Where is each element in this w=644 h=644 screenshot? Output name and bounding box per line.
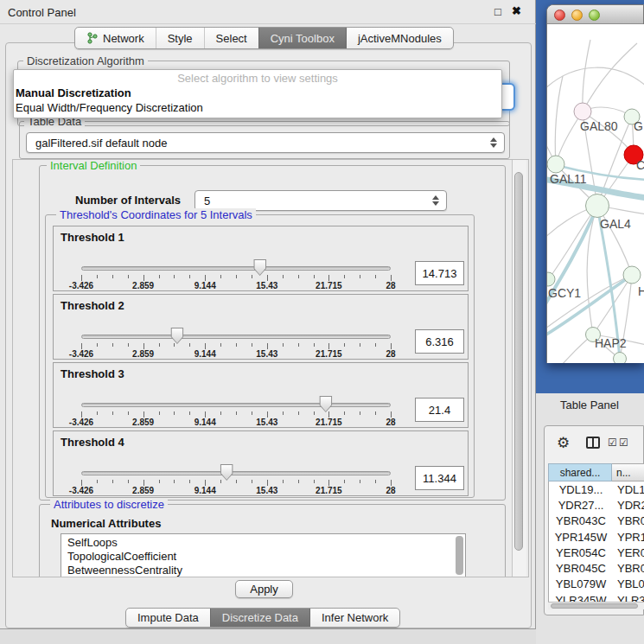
slider-thumb[interactable] bbox=[170, 328, 183, 344]
table-row[interactable]: YPR145WYPR1 bbox=[549, 529, 644, 545]
settings-scrollbar-thumb[interactable] bbox=[514, 172, 523, 551]
node-gal80[interactable] bbox=[574, 103, 591, 120]
numerical-attributes-list: SelfLoopsTopologicalCoefficientBetweenne… bbox=[61, 533, 466, 577]
network-window-titlebar[interactable] bbox=[547, 5, 643, 24]
table-row[interactable]: YDR27...YDR2 bbox=[549, 497, 644, 513]
attribute-list-item[interactable]: SelfLoops bbox=[61, 536, 465, 550]
threshold-slider[interactable] bbox=[81, 266, 391, 271]
slider-track[interactable] bbox=[81, 471, 391, 475]
discretization-group-title: Discretization Algorithm bbox=[23, 54, 148, 67]
table-row[interactable]: YBR043CYBR0 bbox=[549, 513, 644, 529]
tab-discretize-data[interactable]: Discretize Data bbox=[210, 609, 309, 627]
threshold-label: Threshold 1 bbox=[61, 231, 124, 244]
node-gal11[interactable] bbox=[547, 156, 564, 173]
threshold-value-field[interactable]: 21.4 bbox=[415, 398, 464, 422]
table-panel-inner: ⚙ ☑ ☑ shared... n... YDL19...YDL1YDR27..… bbox=[544, 425, 644, 615]
attribute-items: SelfLoopsTopologicalCoefficientBetweenne… bbox=[61, 536, 465, 577]
window-zoom-light[interactable] bbox=[589, 10, 600, 21]
cell-name: YDR2 bbox=[613, 499, 644, 512]
table-data-combobox[interactable]: galFiltered.sif default node bbox=[26, 132, 505, 153]
float-window-icon[interactable]: □ bbox=[494, 5, 501, 18]
dropdown-option-equal-width[interactable]: Equal Width/Frequency Discretization bbox=[14, 100, 501, 115]
threshold-slider[interactable] bbox=[81, 335, 391, 340]
attributes-group-title: Attributes to discretize bbox=[50, 498, 168, 511]
threshold-slider[interactable] bbox=[81, 403, 391, 408]
node-right-mid[interactable] bbox=[623, 266, 641, 284]
cyni-mode-tabs: Impute Data Discretize Data Infer Networ… bbox=[125, 608, 400, 628]
node-attribute-table: shared... n... YDL19...YDL1YDR27...YDR2Y… bbox=[548, 463, 644, 602]
cell-name: YPR1 bbox=[613, 531, 644, 544]
slider-thumb[interactable] bbox=[319, 396, 332, 412]
network-view-window: GAL80 G C GAL11 GAL4 GCY1 H HAP2 bbox=[546, 4, 644, 363]
tab-infer-network[interactable]: Infer Network bbox=[309, 609, 399, 627]
table-hscrollbar[interactable] bbox=[548, 602, 644, 609]
cell-name: YBR0 bbox=[613, 562, 644, 575]
threshold-value-field[interactable]: 14.713 bbox=[415, 261, 464, 285]
threshold-label: Threshold 3 bbox=[61, 367, 124, 380]
tab-cyni-toolbox[interactable]: Cyni Toolbox bbox=[258, 28, 346, 48]
slider-track[interactable] bbox=[81, 335, 391, 339]
threshold-panel: Threshold 2 -3.4262.8599.14415.4321.7152… bbox=[53, 294, 469, 360]
checkbox-icon[interactable]: ☑ bbox=[619, 437, 628, 449]
tab-jactivemnodules[interactable]: jActiveMNodules bbox=[346, 28, 453, 48]
node-gcy1[interactable] bbox=[547, 272, 555, 286]
table-hscrollbar-thumb[interactable] bbox=[551, 603, 638, 609]
cell-shared-name: YBL079W bbox=[549, 577, 613, 590]
threshold-value-field[interactable]: 6.316 bbox=[415, 329, 464, 354]
slider-tick-labels: -3.4262.8599.14415.4321.71528 bbox=[81, 281, 391, 291]
tab-network-label: Network bbox=[103, 32, 144, 45]
algorithm-dropdown-popup: Select algorithm to view settings Manual… bbox=[13, 69, 502, 118]
slider-tick-labels: -3.4262.8599.14415.4321.71528 bbox=[81, 418, 391, 428]
slider-thumb[interactable] bbox=[220, 464, 233, 481]
cell-name: YBR0 bbox=[613, 514, 644, 527]
threshold-label: Threshold 4 bbox=[61, 436, 124, 449]
table-row[interactable]: YER054CYER0 bbox=[549, 545, 644, 560]
interval-definition-title: Interval Definition bbox=[47, 159, 140, 172]
label-gal11: GAL11 bbox=[550, 172, 587, 186]
dropdown-hint: Select algorithm to view settings bbox=[14, 70, 501, 86]
table-row[interactable]: YBR045CYBR0 bbox=[549, 560, 644, 576]
tab-select[interactable]: Select bbox=[204, 28, 258, 48]
slider-track[interactable] bbox=[81, 403, 391, 407]
gear-icon[interactable]: ⚙ bbox=[557, 434, 570, 452]
cell-name: YBL0 bbox=[613, 577, 644, 590]
node-gal4[interactable] bbox=[586, 194, 609, 218]
window-minimize-light[interactable] bbox=[571, 10, 583, 21]
list-scrollbar[interactable] bbox=[456, 536, 463, 575]
cell-name: YER0 bbox=[613, 546, 644, 559]
threshold-panel: Threshold 3 -3.4262.8599.14415.4321.7152… bbox=[53, 362, 469, 428]
checkbox-icon[interactable]: ☑ bbox=[608, 437, 617, 449]
numerical-attributes-label: Numerical Attributes bbox=[51, 517, 161, 530]
split-columns-icon[interactable] bbox=[586, 437, 600, 449]
cell-name: YDL1 bbox=[613, 483, 644, 496]
table-row[interactable]: YBL079WYBL0 bbox=[549, 577, 644, 592]
label-gcy1: GCY1 bbox=[548, 286, 581, 300]
threshold-slider[interactable] bbox=[81, 471, 391, 476]
column-header-shared-name[interactable]: shared... bbox=[548, 463, 612, 481]
attribute-list-item[interactable]: TopologicalCoefficient bbox=[61, 550, 465, 564]
window-close-light[interactable] bbox=[554, 10, 565, 21]
tab-style[interactable]: Style bbox=[156, 28, 204, 48]
table-row[interactable]: YLR345WYLR3 bbox=[549, 592, 644, 602]
cell-shared-name: YDR27... bbox=[549, 499, 613, 512]
network-canvas[interactable]: GAL80 G C GAL11 GAL4 GCY1 H HAP2 bbox=[547, 24, 644, 363]
apply-button[interactable]: Apply bbox=[235, 580, 293, 598]
label-hap2: HAP2 bbox=[595, 336, 627, 350]
table-row[interactable]: YDL19...YDL1 bbox=[549, 481, 644, 497]
threshold-value-field[interactable]: 11.344 bbox=[415, 466, 464, 490]
slider-thumb[interactable] bbox=[253, 259, 266, 276]
column-header-name[interactable]: n... bbox=[612, 463, 644, 481]
label-gal4: GAL4 bbox=[600, 217, 631, 231]
panel-title: Control Panel bbox=[8, 6, 76, 19]
label-h-cut: H bbox=[638, 284, 644, 298]
close-icon[interactable]: ✖ bbox=[512, 4, 521, 17]
tab-network[interactable]: Network bbox=[75, 28, 156, 48]
label-gal80: GAL80 bbox=[580, 119, 618, 133]
slider-track[interactable] bbox=[81, 266, 391, 271]
cell-shared-name: YPR145W bbox=[549, 531, 613, 544]
dropdown-option-manual[interactable]: Manual Discretization bbox=[14, 86, 501, 100]
node-bottom[interactable] bbox=[614, 353, 627, 364]
tab-impute-data[interactable]: Impute Data bbox=[126, 609, 210, 627]
attribute-list-item[interactable]: BetweennessCentrality bbox=[61, 564, 465, 577]
node-table-rows: YDL19...YDL1YDR27...YDR2YBR043CYBR0YPR14… bbox=[548, 481, 644, 602]
